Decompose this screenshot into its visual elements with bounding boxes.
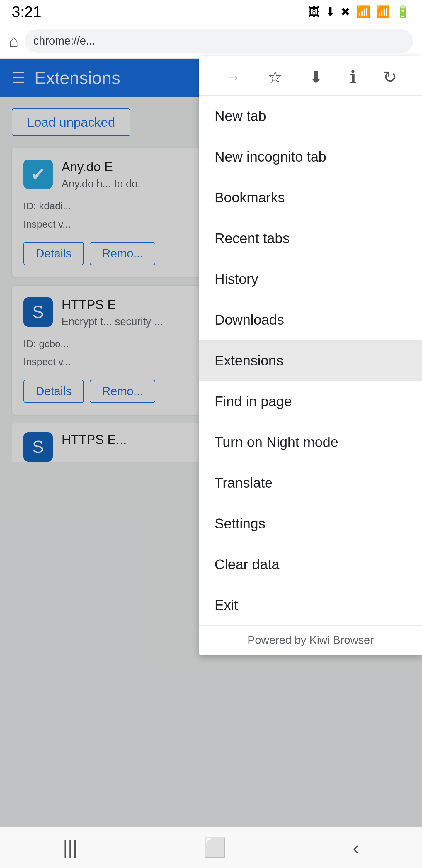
close-status-icon: ✖ [340, 5, 351, 19]
menu-item-downloads-label: Downloads [215, 312, 284, 328]
signal-icon: 📶 [376, 5, 390, 19]
menu-item-bookmarks-label: Bookmarks [215, 189, 285, 206]
menu-item-new-incognito-tab[interactable]: New incognito tab [199, 136, 422, 177]
menu-item-new-tab-label: New tab [215, 108, 266, 124]
menu-item-recent-tabs-label: Recent tabs [215, 230, 290, 246]
menu-item-recent-tabs[interactable]: Recent tabs [199, 218, 422, 259]
menu-item-downloads[interactable]: Downloads [199, 300, 422, 340]
home-nav-button[interactable]: ⬜ [203, 837, 227, 859]
menu-item-night-mode-label: Turn on Night mode [215, 434, 338, 450]
menu-item-clear-data-label: Clear data [215, 556, 279, 572]
address-bar[interactable]: chrome://e... [25, 29, 413, 53]
menu-item-settings[interactable]: Settings [199, 503, 422, 544]
recent-apps-button[interactable]: ||| [63, 837, 78, 859]
address-bar-text: chrome://e... [33, 35, 95, 47]
refresh-icon[interactable]: ↻ [383, 67, 397, 87]
menu-item-exit[interactable]: Exit [199, 585, 422, 625]
bookmark-star-icon[interactable]: ☆ [268, 67, 283, 87]
download-status-icon: ⬇ [325, 5, 335, 19]
wifi-icon: 📶 [356, 5, 370, 19]
dropdown-menu: → ☆ ⬇ ℹ ↻ New tab New incognito tab Book… [199, 56, 422, 655]
menu-item-bookmarks[interactable]: Bookmarks [199, 177, 422, 218]
status-icons: 🖼 ⬇ ✖ 📶 📶 🔋 [308, 5, 410, 19]
menu-item-extensions-label: Extensions [215, 352, 283, 369]
menu-item-translate[interactable]: Translate [199, 462, 422, 503]
menu-item-exit-label: Exit [215, 597, 238, 613]
home-button[interactable]: ⌂ [9, 31, 19, 51]
info-circle-icon[interactable]: ℹ [350, 67, 356, 87]
download-page-icon[interactable]: ⬇ [309, 67, 323, 87]
menu-item-new-incognito-tab-label: New incognito tab [215, 149, 326, 165]
status-time: 3:21 [12, 3, 41, 21]
photo-icon: 🖼 [308, 5, 320, 19]
battery-icon: 🔋 [396, 5, 410, 19]
dropdown-toolbar: → ☆ ⬇ ℹ ↻ [199, 56, 422, 96]
menu-item-history[interactable]: History [199, 259, 422, 300]
status-bar: 3:21 🖼 ⬇ ✖ 📶 📶 🔋 [0, 0, 422, 24]
menu-item-new-tab[interactable]: New tab [199, 96, 422, 136]
forward-icon[interactable]: → [225, 67, 241, 87]
menu-item-clear-data[interactable]: Clear data [199, 544, 422, 585]
back-button[interactable]: ‹ [353, 837, 359, 859]
menu-item-history-label: History [215, 271, 258, 287]
powered-by-footer: Powered by Kiwi Browser [199, 625, 422, 655]
browser-toolbar: ⌂ chrome://e... [0, 24, 422, 59]
powered-by-text: Powered by Kiwi Browser [248, 634, 374, 646]
menu-item-extensions[interactable]: Extensions [199, 340, 422, 381]
menu-item-find-in-page-label: Find in page [215, 393, 292, 409]
menu-item-settings-label: Settings [215, 516, 265, 532]
bottom-nav: ||| ⬜ ‹ [0, 827, 422, 868]
menu-item-find-in-page[interactable]: Find in page [199, 381, 422, 422]
menu-item-night-mode[interactable]: Turn on Night mode [199, 422, 422, 462]
menu-item-translate-label: Translate [215, 475, 272, 491]
